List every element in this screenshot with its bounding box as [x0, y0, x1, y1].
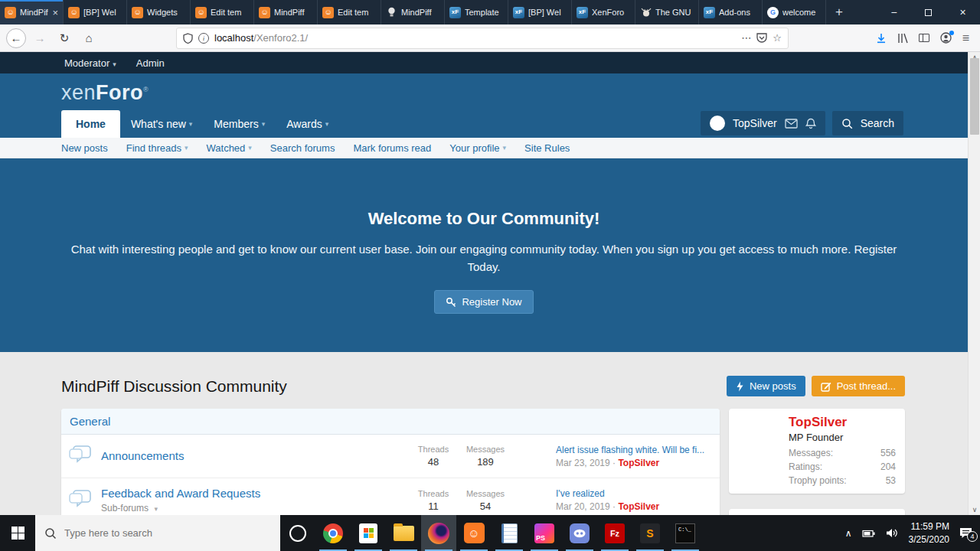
downloads-icon[interactable]	[876, 33, 887, 44]
profile-name[interactable]: TopSilver	[789, 415, 896, 430]
forum-link-announcements[interactable]: Announcements	[101, 449, 184, 462]
reload-button[interactable]: ↻	[54, 28, 75, 49]
admin-link[interactable]: Admin	[136, 57, 165, 69]
library-icon[interactable]	[897, 33, 908, 44]
moderator-menu[interactable]: Moderator▾	[64, 57, 116, 69]
browser-toolbar: ← → ↻ ⌂ i localhost/Xenforo2.1/ ⋯ ☆ ≡	[0, 24, 980, 52]
hidden-icons-chevron[interactable]: ∧	[845, 528, 852, 539]
forum-link-feedback[interactable]: Feedback and Award Requests	[101, 487, 260, 500]
cortana-button[interactable]	[280, 515, 315, 551]
chevron-down-icon: ▾	[189, 120, 193, 128]
close-tab-icon[interactable]: ×	[52, 7, 58, 18]
action-center-button[interactable]: 4	[959, 527, 972, 539]
minimize-button[interactable]: −	[877, 0, 911, 24]
close-button[interactable]: ×	[946, 0, 980, 24]
back-button[interactable]: ←	[6, 28, 26, 48]
filezilla-icon: Fz	[605, 523, 625, 543]
browser-tab[interactable]: Gwelcome	[763, 0, 826, 24]
post-thread-button[interactable]: Post thread...	[812, 376, 905, 396]
subnav-mark-forums-read[interactable]: Mark forums read	[353, 142, 431, 154]
page-scrollbar[interactable]: ∧ ∨	[968, 52, 980, 515]
taskbar-firefox[interactable]	[421, 515, 456, 551]
browser-tab[interactable]: xFTemplate	[445, 0, 508, 24]
site-logo[interactable]: xenForo®	[61, 81, 149, 105]
browser-tab[interactable]: MindPiff	[381, 0, 445, 24]
subnav-new-posts[interactable]: New posts	[61, 142, 108, 154]
home-button[interactable]: ⌂	[78, 28, 100, 49]
new-posts-button[interactable]: New posts	[727, 376, 805, 396]
last-thread-link[interactable]: I've realized	[556, 488, 712, 499]
url-text[interactable]: localhost/Xenforo2.1/	[214, 32, 736, 44]
taskbar-store[interactable]	[351, 515, 386, 551]
taskbar-clock[interactable]: 11:59 PM 3/25/2020	[909, 520, 949, 545]
battery-icon[interactable]	[862, 529, 876, 538]
tab-title: Edit tem	[338, 8, 376, 17]
taskbar-xampp[interactable]: ☺	[456, 515, 492, 551]
taskbar-phpstorm[interactable]: PS	[527, 515, 562, 551]
browser-tab[interactable]: xFAdd-ons	[699, 0, 763, 24]
register-now-button[interactable]: Register Now	[434, 290, 533, 314]
category-header[interactable]: General	[61, 409, 720, 435]
tab-title: welcome	[782, 8, 821, 17]
browser-tab[interactable]: ☺MindPiff	[254, 0, 318, 24]
shield-icon[interactable]	[183, 33, 193, 44]
browser-tab-bar: ☺ MindPiff × ☺[BP] Wel ☺Widgets ☺Edit te…	[0, 0, 980, 24]
subnav-search-forums[interactable]: Search forums	[270, 142, 335, 154]
menu-icon[interactable]: ≡	[962, 31, 969, 45]
last-post-user[interactable]: TopSilver	[618, 501, 659, 512]
inbox-envelope-icon[interactable]	[785, 119, 798, 129]
taskbar-search[interactable]	[35, 515, 280, 551]
taskbar-filezilla[interactable]: Fz	[597, 515, 632, 551]
browser-tab[interactable]: xF[BP] Wel	[508, 0, 572, 24]
maximize-button[interactable]	[911, 0, 946, 24]
taskbar-file-explorer[interactable]	[386, 515, 421, 551]
subnav-find-threads[interactable]: Find threads▾	[126, 142, 188, 154]
subnav-site-rules[interactable]: Site Rules	[524, 142, 570, 154]
sidebar-toggle-icon[interactable]	[919, 34, 929, 42]
nav-tab-whats-new[interactable]: What's new▾	[120, 110, 203, 138]
subforums-toggle[interactable]: Sub-forums ▾	[101, 503, 407, 514]
browser-tab[interactable]: xFXenForo	[572, 0, 635, 24]
browser-tab[interactable]: ☺[BP] Wel	[64, 0, 127, 24]
nav-tab-members[interactable]: Members▾	[203, 110, 276, 138]
volume-icon[interactable]	[886, 528, 899, 538]
avatar[interactable]	[710, 116, 725, 131]
scroll-down-icon[interactable]: ∨	[969, 506, 980, 514]
subnav-watched[interactable]: Watched▾	[207, 142, 252, 154]
forward-button[interactable]: →	[29, 28, 51, 49]
taskbar-chrome[interactable]	[315, 515, 351, 551]
browser-tab[interactable]: ☺Edit tem	[191, 0, 254, 24]
scrollbar-thumb[interactable]	[970, 58, 979, 135]
user-menu[interactable]: TopSilver	[701, 111, 825, 135]
address-bar[interactable]: i localhost/Xenforo2.1/ ⋯ ☆	[176, 28, 789, 49]
stat-value: 204	[880, 461, 896, 472]
taskbar-cmd[interactable]: C:\_	[668, 515, 703, 551]
taskbar-notepad[interactable]	[492, 515, 527, 551]
browser-tab[interactable]: ☺Widgets	[127, 0, 191, 24]
taskbar-search-input[interactable]	[64, 527, 256, 539]
stat-label: Ratings:	[789, 461, 822, 472]
firefox-icon	[428, 523, 449, 544]
search-button[interactable]: Search	[832, 111, 903, 135]
nav-tab-home[interactable]: Home	[61, 110, 120, 138]
subnav-your-profile[interactable]: Your profile▾	[449, 142, 506, 154]
page-actions-icon[interactable]: ⋯	[741, 32, 751, 44]
taskbar-sublime[interactable]: S	[632, 515, 668, 551]
site-info-icon[interactable]: i	[198, 33, 209, 44]
account-icon[interactable]	[940, 32, 952, 44]
browser-tab[interactable]: The GNU	[635, 0, 699, 24]
browser-tab[interactable]: ☺Edit tem	[318, 0, 381, 24]
url-host: localhost	[214, 32, 253, 44]
browser-tab-active[interactable]: ☺ MindPiff ×	[0, 0, 64, 24]
taskbar-discord[interactable]	[562, 515, 597, 551]
new-tab-button[interactable]: +	[826, 0, 852, 24]
start-button[interactable]	[0, 515, 35, 551]
pocket-icon[interactable]	[756, 33, 767, 43]
xenforo-icon: xF	[577, 7, 588, 18]
forum-row: Announcements Threads48 Messages189 Aler…	[61, 435, 720, 478]
last-thread-link[interactable]: Alert issue flashing white. Will be fi..…	[556, 445, 712, 455]
last-post-user[interactable]: TopSilver	[618, 458, 659, 468]
alerts-bell-icon[interactable]	[805, 118, 816, 129]
bookmark-star-icon[interactable]: ☆	[773, 32, 782, 44]
nav-tab-awards[interactable]: Awards▾	[276, 110, 339, 138]
